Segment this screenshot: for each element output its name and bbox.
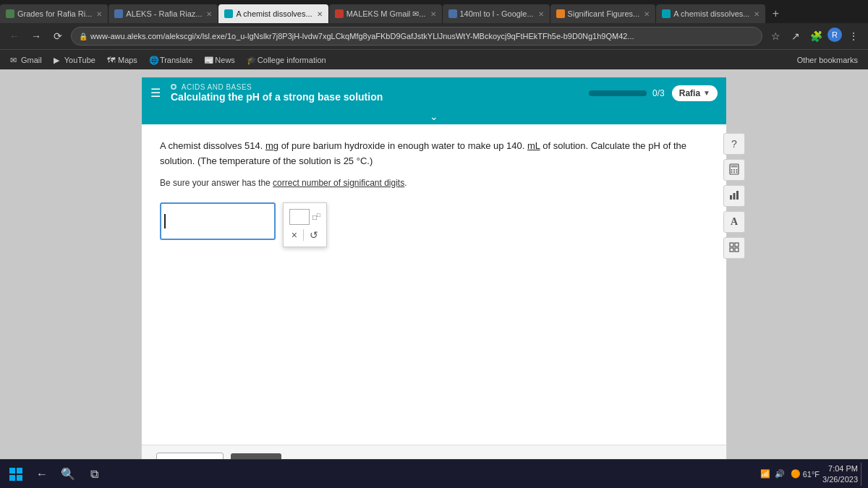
tab-close-googlemaps[interactable]: ✕ [538, 10, 544, 18]
taskbar-back-button[interactable]: ← [30, 463, 54, 486]
volume-icon[interactable]: 🔊 [775, 469, 785, 479]
grid-icon [728, 241, 740, 255]
news-favicon: 📰 [204, 56, 213, 64]
profile-icon[interactable]: R [827, 27, 842, 42]
tab-close-chemist2[interactable]: ✕ [754, 10, 760, 18]
expand-button[interactable]: ⌄ [430, 111, 438, 122]
tab-close-grades[interactable]: ✕ [96, 10, 102, 18]
tab-bar: Grades for Rafia Ri... ✕ ALEKS - Rafia R… [0, 0, 868, 23]
tab-close-gmail[interactable]: ✕ [430, 10, 436, 18]
svg-rect-1 [731, 165, 738, 167]
extensions-puzzle-icon[interactable]: 🧩 [807, 27, 825, 45]
svg-point-3 [733, 169, 735, 171]
tab-label-googlemaps: 140ml to l - Google... [460, 9, 534, 18]
bookmark-other-label: Other bookmarks [797, 56, 858, 64]
weather-temp: 61°F [803, 470, 820, 479]
bookmark-other[interactable]: Other bookmarks [793, 54, 862, 66]
hamburger-icon[interactable]: ☰ [150, 86, 161, 100]
svg-rect-12 [735, 243, 739, 247]
taskbar-task-button[interactable]: ⧉ [82, 463, 106, 486]
taskbar-search-button[interactable]: 🔍 [56, 463, 80, 486]
back-button[interactable]: ← [6, 27, 23, 45]
bookmark-news-label: News [215, 56, 235, 64]
start-button[interactable] [4, 463, 27, 486]
calculator-button[interactable] [723, 159, 745, 181]
bookmarks-bar: ✉ Gmail ▶ YouTube 🗺 Maps 🌐 Translate 📰 N… [0, 49, 868, 69]
share-icon[interactable]: ↗ [787, 27, 804, 45]
tab-chemist1[interactable]: A chemist dissolves... ✕ [218, 4, 328, 23]
weather-icon: 🟠 [791, 469, 801, 479]
expand-bar: ⌄ [142, 108, 726, 124]
tab-label-gmail: MALEKS M Gmail ✉... [346, 9, 426, 19]
answer-input-box[interactable] [160, 202, 276, 240]
bookmark-youtube[interactable]: ▶ YouTube [49, 54, 100, 66]
page-area: ☰ ACIDS AND BASES Calculating the pH of … [0, 69, 868, 488]
reload-button[interactable]: ⟳ [49, 27, 67, 45]
svg-rect-8 [730, 195, 732, 200]
svg-point-5 [731, 171, 733, 173]
aleks-panel: ☰ ACIDS AND BASES Calculating the pH of … [141, 77, 727, 481]
tab-googlemaps[interactable]: 140ml to l - Google... ✕ [443, 4, 550, 23]
unit-actions: × ↺ [292, 229, 318, 241]
gmail-favicon: ✉ [10, 56, 19, 64]
unit-close-button[interactable]: × [292, 229, 297, 241]
chart-button[interactable] [723, 185, 745, 207]
grid-button[interactable] [723, 237, 745, 259]
svg-rect-17 [9, 475, 15, 481]
unit-box[interactable] [289, 209, 310, 225]
unit-sep [303, 229, 304, 241]
svg-rect-14 [735, 248, 739, 252]
bookmark-news[interactable]: 📰 News [200, 54, 239, 66]
forward-button[interactable]: → [27, 27, 45, 45]
tab-close-chemist1[interactable]: ✕ [317, 10, 323, 18]
address-text: www-awu.aleks.com/alekscgi/x/lsl.exe/1o_… [90, 32, 634, 40]
unit-popup: □□ × ↺ [283, 202, 327, 247]
address-box[interactable]: 🔒 www-awu.aleks.com/alekscgi/x/lsl.exe/1… [71, 27, 762, 46]
svg-rect-9 [733, 193, 736, 200]
help-button[interactable]: ? [723, 133, 745, 155]
tab-label-chemist1: A chemist dissolves... [236, 9, 312, 18]
tab-gmail[interactable]: MALEKS M Gmail ✉... ✕ [329, 4, 442, 23]
college-favicon: 🎓 [247, 56, 255, 64]
progress-bar [589, 90, 647, 96]
tab-sigfigs[interactable]: Significant Figures... ✕ [550, 4, 656, 23]
text-icon: A [731, 216, 738, 228]
bookmark-maps-label: Maps [118, 56, 137, 64]
user-chevron-icon: ▼ [703, 89, 710, 97]
tab-label-grades: Grades for Rafia Ri... [17, 9, 92, 18]
bookmark-gmail[interactable]: ✉ Gmail [6, 54, 46, 66]
problem-text: A chemist dissolves 514. mg of pure bari… [160, 139, 708, 169]
address-bar-row: ← → ⟳ 🔒 www-awu.aleks.com/alekscgi/x/lsl… [0, 23, 868, 49]
bookmark-translate[interactable]: 🌐 Translate [145, 54, 197, 66]
user-badge[interactable]: Rafia ▼ [672, 85, 718, 101]
unit-superscript-icon: □□ [312, 212, 320, 221]
tab-favicon-gmail [335, 9, 344, 18]
tab-favicon-chemist2 [662, 9, 671, 18]
text-button[interactable]: A [723, 211, 745, 233]
header-text: ACIDS AND BASES Calculating the pH of a … [171, 83, 582, 103]
translate-favicon: 🌐 [149, 56, 158, 64]
chart-icon [728, 189, 740, 203]
bookmark-maps[interactable]: 🗺 Maps [103, 54, 142, 66]
menu-dots-icon[interactable]: ⋮ [845, 27, 862, 45]
svg-rect-13 [730, 248, 733, 252]
tab-favicon-sigfigs [556, 9, 565, 18]
new-tab-button[interactable]: + [766, 4, 785, 23]
tab-close-aleks[interactable]: ✕ [206, 10, 212, 18]
clock[interactable]: 7:04 PM 3/26/2023 [822, 463, 858, 484]
problem-content: A chemist dissolves 514. mg of pure bari… [142, 124, 726, 445]
weather-widget[interactable]: 🟠 61°F [791, 469, 820, 479]
unit-refresh-button[interactable]: ↺ [310, 229, 318, 241]
network-icon[interactable]: 📶 [760, 469, 770, 479]
bookmark-college[interactable]: 🎓 College information [242, 54, 331, 66]
tab-close-sigfigs[interactable]: ✕ [644, 10, 650, 18]
bookmark-star-icon[interactable]: ☆ [767, 27, 784, 45]
show-desktop-button[interactable] [861, 463, 864, 486]
tab-aleks[interactable]: ALEKS - Rafia Riaz... ✕ [109, 4, 218, 23]
tab-grades[interactable]: Grades for Rafia Ri... ✕ [0, 4, 108, 23]
lock-icon: 🔒 [79, 33, 88, 40]
tab-label-aleks: ALEKS - Rafia Riaz... [126, 9, 202, 18]
tab-chemist2[interactable]: A chemist dissolves... ✕ [656, 4, 765, 23]
bookmark-gmail-label: Gmail [21, 56, 42, 64]
svg-rect-15 [9, 468, 15, 474]
